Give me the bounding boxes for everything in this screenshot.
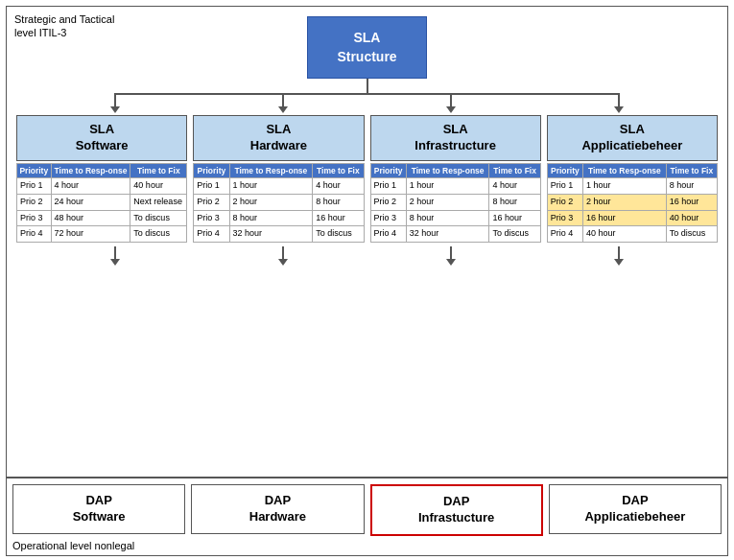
sla-card-software: SLASoftware Priority Time to Resp-onse T… xyxy=(16,115,187,243)
table-row: Prio 11 hour4 hour xyxy=(194,178,364,195)
col-ttr: Time to Resp-onse xyxy=(51,163,130,177)
strategic-label-line2: level ITIL-3 xyxy=(14,27,66,38)
dap-applicatiebeheer-box: DAPApplicatiebeheer xyxy=(549,484,722,534)
table-row: Prio 11 hour4 hour xyxy=(370,178,540,195)
sla-hardware-table: Priority Time to Resp-onse Time to Fix P… xyxy=(193,163,364,243)
strategic-label-line1: Strategic and Tactical xyxy=(14,13,114,25)
strategic-label: Strategic and Tactical level ITIL-3 xyxy=(14,12,114,40)
top-connectors xyxy=(32,79,702,115)
dap-hardware-box: DAPHardware xyxy=(191,484,364,534)
table-row: Prio 348 hourTo discus xyxy=(17,210,187,226)
arrow4 xyxy=(614,106,624,113)
bottom-connectors xyxy=(32,246,702,268)
table-row: Prio 432 hourTo discus xyxy=(194,226,364,243)
sla-software-title: SLASoftware xyxy=(16,115,187,161)
sla-infrastructure-title: SLAInfrastructure xyxy=(370,115,541,161)
table-row: Prio 22 hour16 hour xyxy=(547,194,717,210)
sla-structure-line2: Structure xyxy=(337,49,396,64)
dap-cards-row: DAPSoftware DAPHardware DAPInfrastucture… xyxy=(12,484,722,536)
operational-section: DAPSoftware DAPHardware DAPInfrastucture… xyxy=(6,478,728,556)
col-ttr: Time to Resp-onse xyxy=(406,163,489,177)
sla-hardware-title: SLAHardware xyxy=(193,115,364,161)
col-priority: Priority xyxy=(194,163,229,177)
dap-card-software: DAPSoftware xyxy=(12,484,185,536)
table-row: Prio 316 hour40 hour xyxy=(547,210,717,226)
arrow2 xyxy=(278,106,288,113)
h-bar xyxy=(115,93,618,95)
sla-structure-box: SLA Structure xyxy=(307,16,426,79)
sla-applicatiebeheer-title: SLAApplicatiebeheer xyxy=(547,115,718,161)
table-row: Prio 38 hour16 hour xyxy=(370,210,540,226)
table-row: Prio 432 hourTo discus xyxy=(370,226,540,243)
dap-card-applicatiebeheer: DAPApplicatiebeheer xyxy=(549,484,722,536)
table-row: Prio 14 hour40 hour xyxy=(17,178,187,195)
table-row: Prio 472 hourTo discus xyxy=(17,226,187,243)
table-row: Prio 38 hour16 hour xyxy=(194,210,364,226)
sla-card-applicatiebeheer: SLAApplicatiebeheer Priority Time to Res… xyxy=(547,115,718,243)
strategic-section: Strategic and Tactical level ITIL-3 SLA … xyxy=(6,6,728,478)
dap-card-infrastructure: DAPInfrastucture xyxy=(370,484,543,536)
sla-card-hardware: SLAHardware Priority Time to Resp-onse T… xyxy=(193,115,364,243)
col-ttf: Time to Fix xyxy=(489,163,540,177)
col-ttr: Time to Resp-onse xyxy=(229,163,313,177)
dap-software-box: DAPSoftware xyxy=(12,484,185,534)
sla-structure-container: SLA Structure xyxy=(12,16,722,79)
table-row: Prio 11 hour8 hour xyxy=(547,178,717,195)
col-ttf: Time to Fix xyxy=(666,163,717,177)
table-row: Prio 22 hour8 hour xyxy=(194,194,364,210)
col-priority: Priority xyxy=(370,163,406,177)
table-row: Prio 224 hourNext release xyxy=(17,194,187,210)
table-row: Prio 440 hourTo discus xyxy=(547,226,717,243)
arrow1 xyxy=(110,106,120,113)
sla-applicatiebeheer-table: Priority Time to Resp-onse Time to Fix P… xyxy=(547,163,718,243)
sla-software-table: Priority Time to Resp-onse Time to Fix P… xyxy=(16,163,187,243)
sla-infrastructure-table: Priority Time to Resp-onse Time to Fix P… xyxy=(370,163,541,243)
operational-label: Operational level nonlegal xyxy=(12,540,722,551)
main-container: Strategic and Tactical level ITIL-3 SLA … xyxy=(0,0,734,560)
arrow3 xyxy=(446,106,456,113)
center-vline xyxy=(367,79,368,94)
sla-cards-row: SLASoftware Priority Time to Resp-onse T… xyxy=(12,115,722,243)
col-ttf: Time to Fix xyxy=(313,163,364,177)
sla-card-infrastructure: SLAInfrastructure Priority Time to Resp-… xyxy=(370,115,541,243)
table-row: Prio 22 hour8 hour xyxy=(370,194,540,210)
col-priority: Priority xyxy=(547,163,582,177)
dap-card-hardware: DAPHardware xyxy=(191,484,364,536)
col-ttr: Time to Resp-onse xyxy=(583,163,667,177)
sla-structure-line1: SLA xyxy=(353,30,380,45)
col-priority: Priority xyxy=(17,163,52,177)
col-ttf: Time to Fix xyxy=(130,163,187,177)
dap-infrastructure-box: DAPInfrastucture xyxy=(370,484,543,536)
